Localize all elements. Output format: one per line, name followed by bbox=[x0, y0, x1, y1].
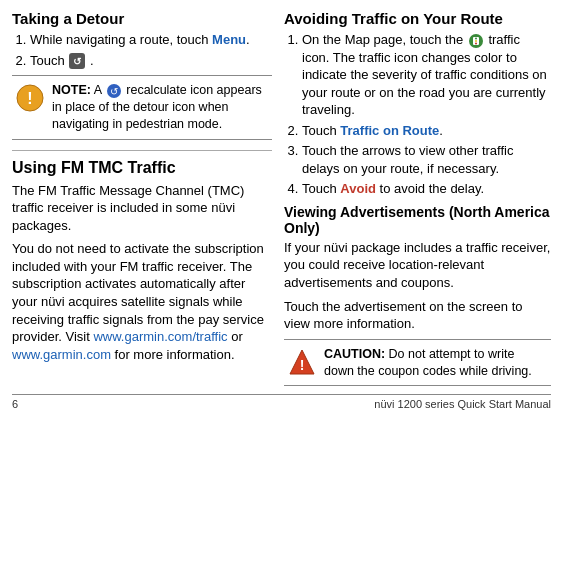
avoid-step-3: Touch the arrows to view other traffic d… bbox=[302, 142, 551, 177]
recalculate-icon: ↺ bbox=[106, 83, 122, 99]
fm-link1[interactable]: www.garmin.com/traffic bbox=[93, 329, 227, 344]
note-body: A bbox=[94, 83, 105, 97]
page-number: 6 bbox=[12, 398, 18, 410]
note-label: NOTE: bbox=[52, 83, 91, 97]
svg-point-9 bbox=[475, 40, 477, 42]
avoid-steps-list: On the Map page, touch the traffic icon.… bbox=[284, 31, 551, 198]
detour-step-1-before: While navigating a route, touch bbox=[30, 32, 212, 47]
right-column: Avoiding Traffic on Your Route On the Ma… bbox=[284, 10, 551, 386]
detour-step-1: While navigating a route, touch Menu. bbox=[30, 31, 272, 49]
fm-para1: The FM Traffic Message Channel (TMC) tra… bbox=[12, 182, 272, 235]
note-box: ! NOTE: A ↺ recalculate icon appears in … bbox=[12, 75, 272, 140]
avoid-step-3-text: Touch the arrows to view other traffic d… bbox=[302, 143, 513, 176]
svg-point-8 bbox=[475, 37, 477, 39]
section-divider bbox=[12, 150, 272, 151]
avoid-step-2: Touch Traffic on Route. bbox=[302, 122, 551, 140]
svg-point-10 bbox=[475, 42, 477, 44]
detour-step-1-after: . bbox=[246, 32, 250, 47]
detour-step-2-before: Touch bbox=[30, 53, 68, 68]
ads-para1: If your nüvi package includes a traffic … bbox=[284, 239, 551, 292]
fm-para2: You do not need to activate the subscrip… bbox=[12, 240, 272, 363]
svg-text:↺: ↺ bbox=[110, 86, 118, 97]
note-content: NOTE: A ↺ recalculate icon appears in pl… bbox=[52, 82, 268, 133]
ads-para2: Touch the advertisement on the screen to… bbox=[284, 298, 551, 333]
detour-step-2: Touch ↺ . bbox=[30, 52, 272, 70]
ads-heading: Viewing Advertisements (North America On… bbox=[284, 204, 551, 236]
caution-icon: ! bbox=[288, 348, 316, 376]
detour-step-2-after: . bbox=[90, 53, 94, 68]
traffic-icon bbox=[468, 33, 484, 49]
fm-or: or bbox=[228, 329, 243, 344]
detour-steps-list: While navigating a route, touch Menu. To… bbox=[12, 31, 272, 69]
caution-box: ! CAUTION: Do not attempt to write down … bbox=[284, 339, 551, 387]
fm-link2[interactable]: www.garmin.com bbox=[12, 347, 111, 362]
fm-para2-end: for more information. bbox=[111, 347, 235, 362]
avoid-heading: Avoiding Traffic on Your Route bbox=[284, 10, 551, 27]
avoid-link: Avoid bbox=[340, 181, 376, 196]
svg-text:!: ! bbox=[300, 357, 305, 373]
detour-icon: ↺ bbox=[69, 53, 85, 69]
caution-label: CAUTION: bbox=[324, 347, 385, 361]
manual-title: nüvi 1200 series Quick Start Manual bbox=[374, 398, 551, 410]
avoid-step-2-after: . bbox=[439, 123, 443, 138]
avoid-step-1: On the Map page, touch the traffic icon.… bbox=[302, 31, 551, 119]
avoid-step-2-before: Touch bbox=[302, 123, 340, 138]
svg-text:!: ! bbox=[27, 90, 32, 107]
note-icon: ! bbox=[16, 84, 44, 112]
avoid-step-4: Touch Avoid to avoid the delay. bbox=[302, 180, 551, 198]
menu-link: Menu bbox=[212, 32, 246, 47]
svg-text:↺: ↺ bbox=[73, 56, 82, 67]
caution-content: CAUTION: Do not attempt to write down th… bbox=[324, 346, 547, 380]
avoid-step-4-before: Touch bbox=[302, 181, 340, 196]
left-column: Taking a Detour While navigating a route… bbox=[12, 10, 272, 386]
avoid-step-4-after: to avoid the delay. bbox=[376, 181, 484, 196]
traffic-on-route-link: Traffic on Route bbox=[340, 123, 439, 138]
footer: 6 nüvi 1200 series Quick Start Manual bbox=[12, 394, 551, 410]
fm-heading: Using FM TMC Traffic bbox=[12, 159, 272, 177]
avoid-step-1-text-before: On the Map page, touch the bbox=[302, 32, 467, 47]
detour-heading: Taking a Detour bbox=[12, 10, 272, 27]
